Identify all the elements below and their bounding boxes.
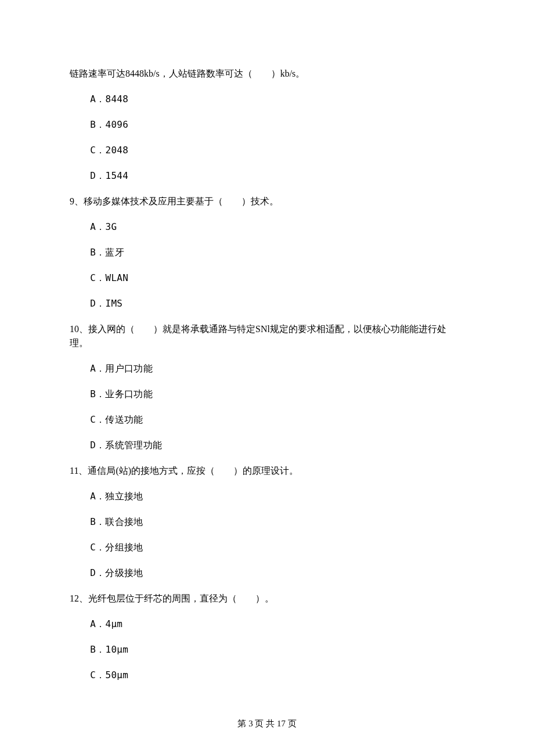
option: D．系统管理功能 [70, 438, 464, 452]
option: B．联合接地 [70, 515, 464, 529]
option: C．50μm [70, 668, 464, 682]
option: A．3G [70, 220, 464, 234]
option: D．分级接地 [70, 566, 464, 580]
option: D．IMS [70, 297, 464, 311]
option: C．分组接地 [70, 541, 464, 555]
question-8-continuation: 链路速率可达8448kb/s，人站链路数率可达（ ）kb/s。 [70, 67, 464, 81]
option: C．传送功能 [70, 413, 464, 427]
option: A．用户口功能 [70, 362, 464, 376]
option: B．4096 [70, 118, 464, 132]
page: 链路速率可达8448kb/s，人站链路数率可达（ ）kb/s。 A．8448 B… [0, 0, 534, 756]
question-11-stem: 11、通信局(站)的接地方式，应按（ ）的原理设计。 [70, 464, 464, 478]
option: B．10μm [70, 643, 464, 657]
page-footer: 第 3 页 共 17 页 [0, 717, 534, 730]
question-12-stem: 12、光纤包层位于纤芯的周围，直径为（ ）。 [70, 592, 464, 606]
option: A．独立接地 [70, 489, 464, 503]
option: B．蓝牙 [70, 246, 464, 260]
question-9-stem: 9、移动多媒体技术及应用主要基于（ ）技术。 [70, 195, 464, 208]
option: C．WLAN [70, 271, 464, 285]
option: C．2048 [70, 143, 464, 157]
option: A．4μm [70, 617, 464, 631]
option: D．1544 [70, 169, 464, 183]
option: A．8448 [70, 92, 464, 106]
question-10-stem: 10、接入网的（ ）就是将承载通路与特定SNl规定的要求相适配，以便核心功能能进… [70, 322, 464, 350]
option: B．业务口功能 [70, 387, 464, 401]
